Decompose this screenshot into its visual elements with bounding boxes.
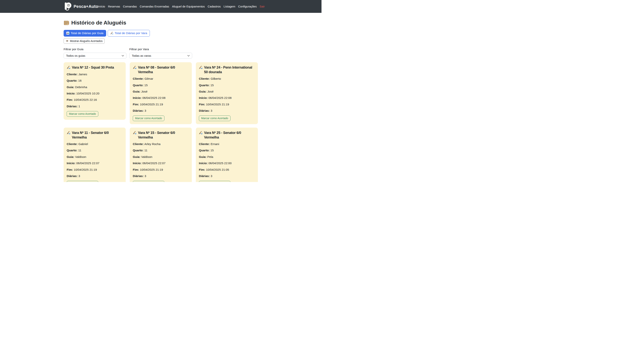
field-value: 06/04/2025 22:07 <box>76 162 100 165</box>
rental-card-field: Início: 06/04/2025 22:00 <box>199 161 255 165</box>
brand-logo[interactable]: Pesca+Auto <box>64 2 98 11</box>
total-diarias-por-guia-button[interactable]: Total de Diárias por Guia <box>64 30 106 36</box>
marcar-como-acertado-button[interactable]: Marcar como Acertado <box>67 181 98 182</box>
rental-card-field: Guia: Valdison <box>133 155 189 159</box>
fishing-rod-icon <box>67 66 70 69</box>
field-value: 3 <box>210 109 212 112</box>
field-label: Início: <box>199 96 208 100</box>
field-value: José <box>207 90 214 93</box>
fishing-rod-icon <box>110 32 114 35</box>
nav-link-sair[interactable]: Sair <box>260 5 265 8</box>
field-value: 11 <box>144 149 147 152</box>
field-label: Guia: <box>133 155 140 158</box>
filter-label: Filtrar por Guia <box>64 48 126 51</box>
field-value: José <box>141 90 148 93</box>
rental-card-field: Diárias: 3 <box>199 174 255 178</box>
brand-name: Pesca+Auto <box>74 4 98 9</box>
field-label: Fim: <box>67 168 73 171</box>
filter-select[interactable]: Todas as varas <box>129 53 192 58</box>
marcar-como-acertado-button[interactable]: Marcar como Acertado <box>133 116 164 121</box>
nav-link-comandas[interactable]: Comandas <box>123 5 137 8</box>
field-label: Guia: <box>199 155 206 158</box>
rental-card-field: Fim: 10/04/2025 21:05 <box>199 168 255 172</box>
marcar-como-acertado-button[interactable]: Marcar como Acertado <box>199 181 230 182</box>
field-label: Início: <box>133 162 142 165</box>
marcar-como-acertado-button[interactable]: Marcar como Acertado <box>199 116 230 121</box>
rental-card: Vara Nº 11 - Senator 6/0 Vermelha Client… <box>64 128 126 182</box>
field-value: 10/04/2025 21:05 <box>206 168 229 171</box>
fishing-rod-icon <box>133 66 136 69</box>
rental-card-field: Quarto: 15 <box>133 83 189 87</box>
chevron-down-icon <box>188 55 190 56</box>
field-label: Cliente: <box>199 77 210 80</box>
field-label: Guia: <box>67 86 74 89</box>
field-label: Início: <box>133 96 142 100</box>
field-value: 10/04/2025 21:19 <box>206 103 229 106</box>
rental-card-field: Fim: 10/04/2025 21:19 <box>67 168 122 172</box>
field-label: Diárias: <box>133 109 144 112</box>
mostrar-alugueis-acertados-label: Mostrar Aluguéis Acertados <box>70 40 102 43</box>
total-diarias-por-vara-label: Total de Diárias por Vara <box>115 32 147 35</box>
field-value: 10/04/2025 21:19 <box>140 168 163 171</box>
rental-card-field: Guia: José <box>133 90 189 93</box>
field-label: Quarto: <box>133 149 144 152</box>
field-label: Fim: <box>133 103 139 106</box>
field-value: James <box>78 72 87 76</box>
rental-card-fields: Cliente: Gilmar Quarto: 15 Guia: José In… <box>133 77 189 121</box>
rental-card-title-text: Vara Nº 11 - Senator 6/0 Vermelha <box>72 131 122 140</box>
marcar-como-acertado-button[interactable]: Marcar como Acertado <box>133 181 164 182</box>
field-value: 11 <box>78 149 81 152</box>
filters: Filtrar por Guia Todos os guias Filtrar … <box>64 48 258 58</box>
nav-link-configurações[interactable]: Configurações <box>238 5 257 8</box>
rental-card-field: Início: 10/04/2025 10:20 <box>67 92 122 95</box>
field-label: Guia: <box>133 90 140 93</box>
rental-card-title-text: Vara Nº 08 - Senator 6/0 Vermelha <box>138 65 189 74</box>
rental-card-field: Fim: 10/04/2025 21:19 <box>133 168 189 172</box>
toolbar: Total de Diárias por Guia Total de Diári… <box>64 30 258 36</box>
rental-card-field: Cliente: Gilmar <box>133 77 189 80</box>
field-value: 06/04/2025 22:08 <box>208 96 232 100</box>
rental-card-fields: Cliente: Gilberto Quarto: 15 Guia: José … <box>199 77 255 121</box>
total-diarias-por-vara-button[interactable]: Total de Diárias por Vara <box>108 30 150 36</box>
fishing-rod-icon <box>133 131 136 135</box>
field-label: Guia: <box>67 155 74 158</box>
navbar: Pesca+Auto Início Reservas Comandas Coma… <box>0 0 322 13</box>
field-label: Cliente: <box>133 142 144 146</box>
scroll-icon <box>64 20 69 26</box>
field-value: Pela <box>207 155 213 158</box>
rental-card-field: Cliente: Ernani <box>199 142 255 146</box>
filter-select-value: Todas as varas <box>132 54 151 57</box>
field-label: Diárias: <box>133 174 144 178</box>
nav-link-aluguel-de-equipamentos[interactable]: Aluguel de Equipamentos <box>172 5 205 8</box>
rental-card-field: Fim: 10/04/2025 21:19 <box>133 102 189 106</box>
eye-icon <box>66 40 68 42</box>
mostrar-alugueis-acertados-button[interactable]: Mostrar Aluguéis Acertados <box>64 38 104 44</box>
field-label: Cliente: <box>199 142 210 146</box>
field-label: Cliente: <box>133 77 144 80</box>
nav-link-listagem[interactable]: Listagem <box>224 5 235 8</box>
bar-chart-icon <box>66 32 69 35</box>
rental-card-field: Início: 06/04/2025 22:08 <box>199 96 255 100</box>
nav-link-início[interactable]: Início <box>98 5 105 8</box>
field-value: 16 <box>78 79 82 82</box>
rental-card-title: Vara Nº 12 - Squal 30 Preta <box>67 65 122 70</box>
field-label: Fim: <box>67 98 73 101</box>
total-diarias-por-guia-label: Total de Diárias por Guia <box>71 32 104 35</box>
filter-select[interactable]: Todos os guias <box>64 53 126 58</box>
rental-card-field: Cliente: Gabriel <box>67 142 122 146</box>
field-label: Quarto: <box>199 84 210 87</box>
nav-link-reservas[interactable]: Reservas <box>108 5 120 8</box>
marcar-como-acertado-button[interactable]: Marcar como Acertado <box>67 111 98 117</box>
filter-group: Filtrar por Guia Todos os guias <box>64 48 126 58</box>
fishing-rod-icon <box>199 66 203 69</box>
field-label: Diárias: <box>67 104 78 108</box>
rental-card-field: Diárias: 3 <box>133 174 189 178</box>
field-label: Início: <box>199 162 208 165</box>
field-label: Cliente: <box>67 142 78 146</box>
nav-link-cadastros[interactable]: Cadastros <box>208 5 221 8</box>
rental-card: Vara Nº 15 - Senator 6/0 Vermelha Client… <box>130 128 192 182</box>
rental-card-field: Diárias: 3 <box>199 109 255 112</box>
nav-link-comandas-encerradas[interactable]: Comandas Encerradas <box>140 5 169 8</box>
fishing-rod-icon <box>67 131 70 135</box>
field-value: 10/04/2025 10:20 <box>76 92 100 95</box>
